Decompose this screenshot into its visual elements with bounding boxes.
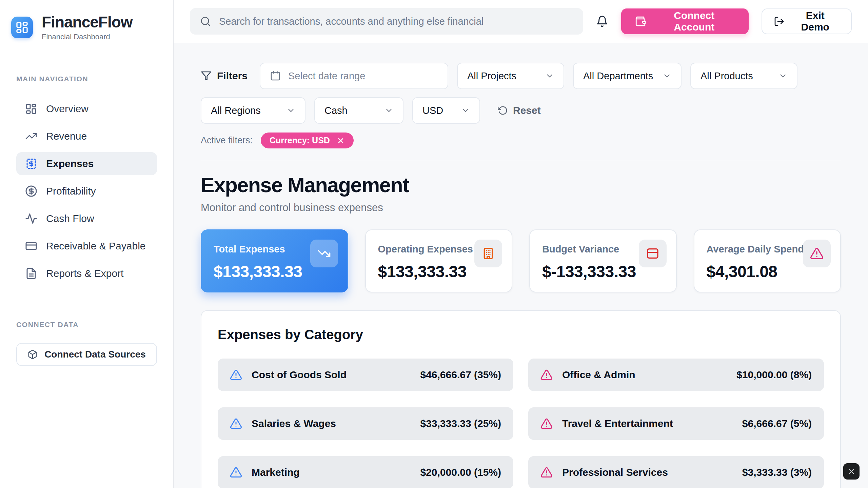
category-value: $6,666.67 (5%) <box>742 418 812 429</box>
category-label: Salaries & Wages <box>252 418 336 429</box>
sidebar-item-label: Profitability <box>46 185 96 197</box>
app-title: FinanceFlow <box>42 14 133 31</box>
stat-card-average-daily-spend[interactable]: Average Daily Spend $4,301.08 <box>694 229 841 292</box>
sidebar-item-label: Reports & Export <box>46 268 123 279</box>
active-filters: Active filters: Currency: USD <box>201 133 841 148</box>
alert-triangle-icon <box>540 466 553 479</box>
date-range-picker[interactable]: Select date range <box>260 63 448 89</box>
brand: FinanceFlow Financial Dashboard <box>0 0 173 55</box>
chevron-down-icon <box>545 72 554 80</box>
chevron-down-icon <box>778 72 787 80</box>
main-area: Connect Account Exit Demo Filters Select… <box>174 0 868 488</box>
category-value: $20,000.00 (15%) <box>420 467 501 478</box>
chevron-down-icon <box>287 106 295 115</box>
content: Filters Select date range All Projects A… <box>174 43 868 488</box>
category-row-professional-services[interactable]: Professional Services $3,333.33 (3%) <box>528 456 824 488</box>
connect-data-section: CONNECT DATA Connect Data Sources <box>0 321 173 366</box>
activity-icon <box>25 212 37 225</box>
building-icon <box>474 240 502 267</box>
stat-card-total-expenses[interactable]: Total Expenses $133,333.33 <box>201 229 348 292</box>
credit-card-icon <box>25 240 37 252</box>
stat-card-budget-variance[interactable]: Budget Variance $-133,333.33 <box>529 229 677 292</box>
departments-filter[interactable]: All Departments <box>573 63 682 89</box>
wallet-icon <box>635 16 646 27</box>
products-filter-value: All Products <box>701 70 753 82</box>
regions-filter[interactable]: All Regions <box>201 97 305 124</box>
search-bar[interactable] <box>190 8 583 35</box>
stat-card-operating-expenses[interactable]: Operating Expenses $133,333.33 <box>365 229 513 292</box>
sidebar-item-label: Overview <box>46 103 88 115</box>
sidebar-item-label: Expenses <box>46 158 94 169</box>
category-value: $3,333.33 (3%) <box>742 467 812 478</box>
category-row-marketing[interactable]: Marketing $20,000.00 (15%) <box>218 456 513 488</box>
rotate-ccw-icon <box>498 105 508 116</box>
category-label: Marketing <box>252 467 300 478</box>
sidebar-item-profitability[interactable]: Profitability <box>16 180 157 203</box>
departments-filter-value: All Departments <box>583 70 653 82</box>
sidebar-item-overview[interactable]: Overview <box>16 97 157 120</box>
topbar: Connect Account Exit Demo <box>174 0 868 43</box>
alert-triangle-icon <box>540 418 553 430</box>
sidebar-item-cash-flow[interactable]: Cash Flow <box>16 207 157 230</box>
payment-method-filter-value: Cash <box>324 105 348 116</box>
category-label: Professional Services <box>562 467 668 478</box>
divider <box>201 160 841 160</box>
payment-method-filter[interactable]: Cash <box>314 97 403 124</box>
alert-triangle-icon <box>803 240 831 267</box>
dashboard-icon <box>25 103 37 115</box>
currency-filter-value: USD <box>422 105 443 116</box>
active-filter-chip[interactable]: Currency: USD <box>261 133 354 148</box>
dollar-circle-icon <box>25 185 37 197</box>
sidebar-item-receivable-payable[interactable]: Receivable & Payable <box>16 235 157 258</box>
connect-section-header: CONNECT DATA <box>16 321 157 329</box>
filter-funnel-icon <box>201 70 212 81</box>
page-title: Expense Management <box>201 173 841 197</box>
chevron-down-icon <box>384 106 393 115</box>
connect-account-label: Connect Account <box>653 10 735 33</box>
category-label: Cost of Goods Sold <box>252 369 347 381</box>
exit-demo-label: Exit Demo <box>791 10 840 33</box>
sidebar-item-revenue[interactable]: Revenue <box>16 125 157 148</box>
filters-title-label: Filters <box>217 70 248 82</box>
logout-icon <box>774 16 785 27</box>
category-row-salaries-wages[interactable]: Salaries & Wages $33,333.33 (25%) <box>218 407 513 440</box>
currency-filter[interactable]: USD <box>412 97 480 124</box>
connect-account-button[interactable]: Connect Account <box>621 8 749 34</box>
exit-demo-button[interactable]: Exit Demo <box>762 8 852 34</box>
active-filters-label: Active filters: <box>201 135 253 146</box>
category-value: $46,666.67 (35%) <box>420 369 501 381</box>
nav-section-header: MAIN NAVIGATION <box>16 75 157 83</box>
sidebar-item-label: Receivable & Payable <box>46 240 146 252</box>
category-row-office-admin[interactable]: Office & Admin $10,000.00 (8%) <box>528 359 824 391</box>
category-row-travel-entertainment[interactable]: Travel & Entertainment $6,666.67 (5%) <box>528 407 824 440</box>
trending-down-icon <box>310 240 338 267</box>
reset-filters-button[interactable]: Reset <box>496 104 543 117</box>
products-filter[interactable]: All Products <box>690 63 797 89</box>
connect-data-sources-button[interactable]: Connect Data Sources <box>16 343 157 366</box>
brand-text: FinanceFlow Financial Dashboard <box>42 14 133 41</box>
search-input[interactable] <box>218 16 573 27</box>
category-row-cost-of-goods-sold[interactable]: Cost of Goods Sold $46,666.67 (35%) <box>218 359 513 391</box>
sidebar: FinanceFlow Financial Dashboard MAIN NAV… <box>0 0 174 488</box>
filters-row-1: Filters Select date range All Projects A… <box>201 63 841 89</box>
page-subtitle: Monitor and control business expenses <box>201 202 841 214</box>
notifications-button[interactable] <box>596 15 608 27</box>
projects-filter[interactable]: All Projects <box>457 63 564 89</box>
bell-icon <box>596 15 608 27</box>
search-icon <box>200 16 211 27</box>
category-value: $33,333.33 (25%) <box>420 418 501 429</box>
credit-card-icon <box>639 240 667 267</box>
sidebar-item-reports-export[interactable]: Reports & Export <box>16 262 157 285</box>
sidebar-item-label: Cash Flow <box>46 213 94 224</box>
calendar-icon <box>270 70 281 81</box>
connect-data-sources-label: Connect Data Sources <box>44 349 146 360</box>
close-overlay-button[interactable] <box>843 463 860 480</box>
file-text-icon <box>25 267 37 280</box>
alert-triangle-icon <box>230 369 242 381</box>
package-icon <box>27 349 38 360</box>
sidebar-item-expenses[interactable]: Expenses <box>16 152 157 175</box>
category-value: $10,000.00 (8%) <box>736 369 812 381</box>
alert-triangle-icon <box>540 369 553 381</box>
remove-filter-icon[interactable] <box>337 137 345 145</box>
alert-triangle-icon <box>230 418 242 430</box>
